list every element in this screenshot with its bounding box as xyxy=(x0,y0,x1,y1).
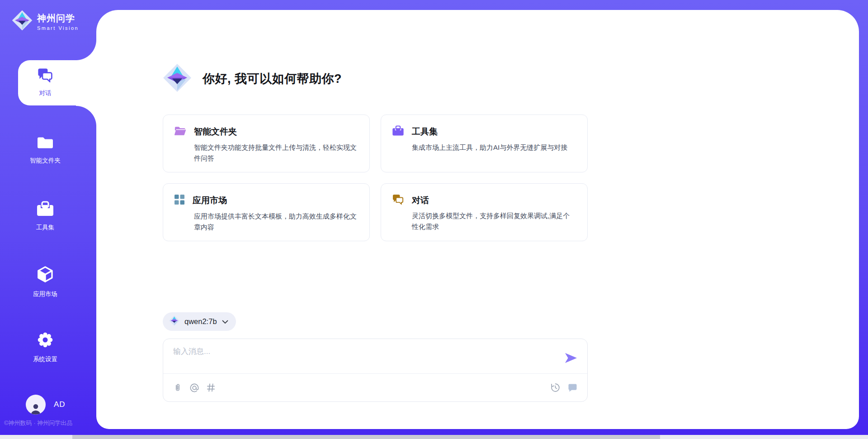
sidebar-item-label: 系统设置 xyxy=(33,355,57,363)
copyright-text: ©神州数码 · 神州问学出品 xyxy=(4,419,72,427)
gear-icon xyxy=(37,331,54,350)
card-app-market[interactable]: 应用市场 应用市场提供丰富长文本模板，助力高效生成多样化文章内容 xyxy=(163,183,370,241)
message-input[interactable] xyxy=(173,346,557,370)
chat-bubbles-icon xyxy=(37,68,53,84)
chat-bubbles-icon xyxy=(392,194,404,206)
sidebar: 神州问学 Smart Vision 对话 智能文件夹 xyxy=(0,0,96,439)
card-title: 工具集 xyxy=(412,126,438,138)
composer-toolbar xyxy=(163,374,587,401)
card-description: 灵活切换多模型文件，支持多样回复效果调试,满足个性化需求 xyxy=(412,210,576,232)
briefcase-icon xyxy=(36,201,54,219)
sidebar-item-chat[interactable]: 对话 xyxy=(0,68,90,97)
folder-icon xyxy=(36,135,54,152)
chat-bubble-icon[interactable] xyxy=(568,383,577,392)
active-tab-fillet-bottom xyxy=(76,105,97,126)
card-title: 对话 xyxy=(412,195,429,206)
feature-cards: 智能文件夹 智能文件夹功能支持批量文件上传与清洗，轻松实现文件问答 xyxy=(163,115,588,241)
brand-logo-gem-icon xyxy=(12,10,33,33)
horizontal-scrollbar-thumb[interactable] xyxy=(72,435,660,439)
mention-at-icon[interactable] xyxy=(190,383,199,392)
card-title: 智能文件夹 xyxy=(194,126,237,138)
card-chat[interactable]: 对话 灵活切换多模型文件，支持多样回复效果调试,满足个性化需求 xyxy=(381,183,588,241)
sidebar-item-label: 智能文件夹 xyxy=(30,157,61,165)
history-icon[interactable] xyxy=(551,383,560,392)
greeting-row: 你好, 我可以如何帮助你? xyxy=(163,63,342,94)
user-profile[interactable]: AD xyxy=(26,395,66,415)
sidebar-item-label: 应用市场 xyxy=(33,290,57,298)
sidebar-item-label: 工具集 xyxy=(36,224,55,232)
hashtag-icon[interactable] xyxy=(207,383,215,392)
active-tab-fillet-top xyxy=(76,40,97,61)
assistant-logo-gem-icon xyxy=(163,63,192,94)
horizontal-scrollbar-track xyxy=(0,435,868,439)
user-initials: AD xyxy=(54,400,66,409)
send-icon[interactable] xyxy=(565,353,578,364)
sidebar-item-settings[interactable]: 系统设置 xyxy=(0,331,90,363)
greeting-text: 你好, 我可以如何帮助你? xyxy=(203,71,342,87)
sidebar-item-toolset[interactable]: 工具集 xyxy=(0,201,90,232)
message-composer xyxy=(163,339,588,402)
sidebar-item-app-market[interactable]: 应用市场 xyxy=(0,265,90,298)
sidebar-item-label: 对话 xyxy=(39,89,52,97)
sidebar-item-smart-folder[interactable]: 智能文件夹 xyxy=(0,135,90,165)
model-name: qwen2:7b xyxy=(184,317,217,326)
card-description: 智能文件夹功能支持批量文件上传与清洗，轻松实现文件问答 xyxy=(194,142,359,164)
grid-icon xyxy=(174,194,185,207)
model-selector[interactable]: qwen2:7b xyxy=(163,312,236,331)
brand: 神州问学 Smart Vision xyxy=(12,10,79,33)
attachment-paperclip-icon[interactable] xyxy=(173,383,182,393)
card-description: 应用市场提供丰富长文本模板，助力高效生成多样化文章内容 xyxy=(194,211,359,233)
card-toolset[interactable]: 工具集 集成市场上主流工具，助力AI与外界无缝扩展与对接 xyxy=(381,115,588,172)
card-description: 集成市场上主流工具，助力AI与外界无缝扩展与对接 xyxy=(412,142,576,153)
card-smart-folder[interactable]: 智能文件夹 智能文件夹功能支持批量文件上传与清洗，轻松实现文件问答 xyxy=(163,115,370,172)
brand-subtitle: Smart Vision xyxy=(37,25,79,31)
chevron-down-icon xyxy=(222,318,228,326)
folder-open-icon xyxy=(174,125,186,138)
card-title: 应用市场 xyxy=(193,195,227,206)
person-icon xyxy=(29,402,42,415)
brand-name: 神州问学 xyxy=(37,12,79,24)
cube-icon xyxy=(36,265,54,285)
avatar xyxy=(26,395,46,415)
briefcase-icon xyxy=(392,125,404,138)
model-logo-gem-icon xyxy=(169,315,179,328)
